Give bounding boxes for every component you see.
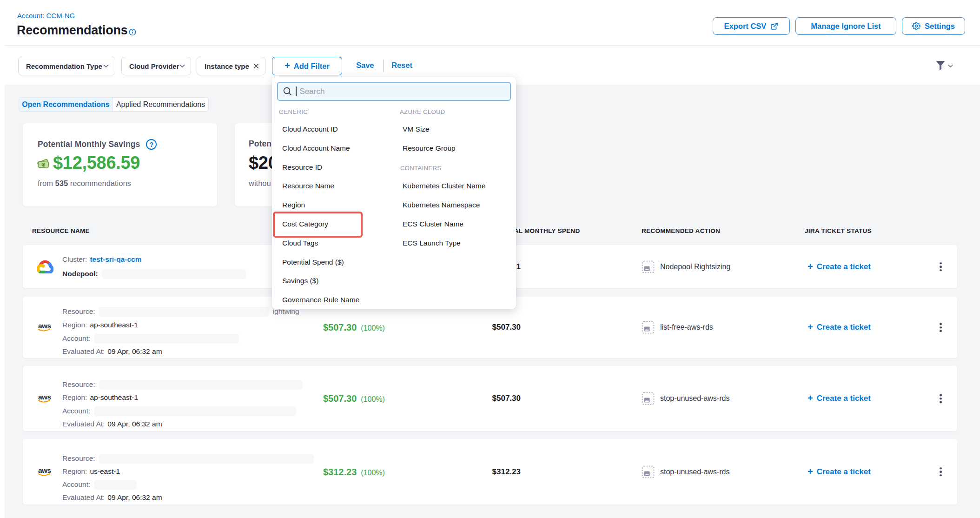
menu-item-cloud-account-id[interactable]: Cloud Account ID — [282, 125, 338, 133]
row-menu-kebab-icon[interactable] — [937, 391, 945, 406]
savings-subtext-prefix: from — [38, 179, 53, 187]
filter-panel-toggle[interactable] — [935, 60, 953, 71]
account-label: Account: — [62, 334, 90, 343]
menu-item-ecs-launch-type[interactable]: ECS Launch Type — [403, 239, 461, 247]
menu-item-region[interactable]: Region — [282, 201, 305, 209]
card-title-row: Potential Monthly Savings ? — [38, 139, 157, 150]
menu-item-potential-spend[interactable]: Potential Spend ($) — [282, 258, 344, 266]
region-line: Region: ap-southeast-1 — [62, 320, 138, 330]
region-value: us-east-1 — [90, 467, 120, 476]
menu-item-savings[interactable]: Savings ($) — [282, 277, 318, 285]
create-ticket-label: Create a ticket — [817, 467, 871, 477]
resource-line: Resource: — [62, 380, 303, 389]
export-csv-label: Export CSV — [724, 22, 767, 31]
table-row[interactable]: aws Resource: Region: ap-southeast-1 Acc… — [23, 366, 957, 431]
savings-value: $312.23 — [323, 466, 357, 477]
savings-percent: (100%) — [361, 324, 385, 332]
reset-filter-link[interactable]: Reset — [391, 61, 412, 70]
svg-text:aws: aws — [38, 322, 51, 330]
create-ticket-button[interactable]: + Create a ticket — [808, 262, 871, 272]
recommended-action-label: list-free-aws-rds — [660, 323, 713, 332]
menu-item-resource-id[interactable]: Resource ID — [282, 163, 322, 172]
remove-filter-icon[interactable] — [253, 63, 259, 69]
row-menu-kebab-icon[interactable] — [937, 259, 945, 274]
info-icon[interactable] — [129, 28, 136, 36]
create-ticket-label: Create a ticket — [817, 394, 871, 403]
text-caret — [296, 86, 297, 96]
recommendations-tabs: Open Recommendations Applied Recommendat… — [19, 97, 209, 112]
menu-item-kubernetes-namespace[interactable]: Kubernetes Namespace — [403, 201, 480, 209]
menu-item-kubernetes-cluster-name[interactable]: Kubernetes Cluster Name — [403, 182, 485, 190]
plus-icon: + — [808, 467, 813, 476]
savings-subtext: from 535 recommendations — [38, 179, 131, 188]
row-menu-kebab-icon[interactable] — [937, 320, 945, 335]
add-filter-button[interactable]: + Add Filter — [272, 57, 342, 75]
recommended-action-label: stop-unused-aws-rds — [660, 394, 729, 403]
recommendation-thumbnail-icon — [642, 321, 655, 334]
menu-item-vm-size[interactable]: VM Size — [403, 125, 430, 133]
table-row[interactable]: aws Resource: Region: us-east-1 Account:… — [23, 439, 957, 505]
plus-icon: + — [808, 262, 813, 271]
evaluated-line: Evaluated At: 09 Apr, 06:32 am — [62, 347, 162, 356]
total-monthly-spend-value: $507.30 — [492, 394, 521, 403]
savings-subtext-suffix: recommendations — [70, 179, 131, 187]
recommendation-thumbnail-icon — [642, 260, 655, 273]
account-line: Account: — [62, 406, 296, 416]
chevron-down-icon — [948, 64, 953, 68]
create-ticket-button[interactable]: + Create a ticket — [808, 394, 871, 403]
redacted-value — [99, 454, 314, 464]
tab-applied-recommendations[interactable]: Applied Recommendations — [113, 98, 208, 111]
aws-icon: aws — [37, 466, 53, 478]
row-menu-kebab-icon[interactable] — [937, 465, 945, 479]
filter-chip-cloud-provider[interactable]: Cloud Provider — [121, 57, 191, 75]
add-filter-dropdown: GENERIC Cloud Account ID Cloud Account N… — [272, 77, 516, 309]
savings-value: $507.30 — [323, 322, 357, 333]
menu-item-resource-name[interactable]: Resource Name — [282, 182, 334, 190]
resource-line: Resource: ightwing — [62, 307, 299, 316]
menu-item-cost-category[interactable]: Cost Category — [282, 220, 328, 228]
cluster-label: Cluster: — [62, 255, 87, 264]
recommendation-thumbnail-icon — [642, 392, 655, 405]
gcp-icon — [37, 260, 53, 273]
add-filter-label: Add Filter — [294, 62, 330, 71]
svg-text:aws: aws — [38, 466, 51, 474]
menu-section-azure-cloud: AZURE CLOUD — [400, 108, 445, 115]
create-ticket-button[interactable]: + Create a ticket — [808, 467, 871, 477]
savings-count: 535 — [55, 179, 68, 187]
cluster-name-link[interactable]: test-sri-qa-ccm — [90, 255, 141, 264]
menu-item-cloud-tags[interactable]: Cloud Tags — [282, 239, 318, 247]
account-line: Account: — [62, 334, 239, 343]
save-filter-link[interactable]: Save — [356, 61, 374, 70]
redacted-value — [102, 269, 246, 279]
recommended-action-cell: stop-unused-aws-rds — [642, 465, 729, 478]
menu-item-cloud-account-name[interactable]: Cloud Account Name — [282, 144, 350, 153]
tab-open-recommendations[interactable]: Open Recommendations — [19, 98, 113, 111]
export-csv-button[interactable]: Export CSV — [713, 17, 790, 35]
resource-label: Resource: — [62, 307, 95, 316]
plus-icon: + — [285, 61, 290, 70]
create-ticket-label: Create a ticket — [817, 323, 871, 332]
filter-chip-recommendation-type[interactable]: Recommendation Type — [18, 57, 115, 75]
manage-ignore-list-button[interactable]: Manage Ignore List — [795, 17, 896, 35]
menu-item-governance-rule-name[interactable]: Governance Rule Name — [282, 296, 359, 304]
create-ticket-button[interactable]: + Create a ticket — [808, 323, 871, 332]
filter-chip-cloud-provider-label: Cloud Provider — [129, 62, 179, 70]
create-ticket-label: Create a ticket — [817, 262, 871, 272]
filter-search-box[interactable] — [277, 82, 511, 101]
menu-item-resource-group[interactable]: Resource Group — [403, 144, 456, 153]
help-icon[interactable]: ? — [146, 139, 157, 150]
filter-search-input[interactable] — [300, 87, 506, 96]
menu-item-ecs-cluster-name[interactable]: ECS Cluster Name — [403, 220, 464, 228]
card-value-row: $12,586.59 — [37, 154, 140, 172]
evaluated-at-value: 09 Apr, 06:32 am — [107, 493, 162, 502]
account-line: Account: — [62, 480, 137, 489]
account-label: Account: — [62, 407, 90, 415]
potential-monthly-savings-cell: $507.30 (100%) — [323, 322, 385, 333]
recommended-action-cell: list-free-aws-rds — [642, 321, 713, 334]
settings-label: Settings — [925, 22, 955, 31]
account-breadcrumb[interactable]: Account: CCM-NG — [17, 12, 75, 20]
filter-chip-instance-type[interactable]: Instance type — [197, 57, 265, 75]
external-link-icon — [770, 22, 778, 30]
recommended-action-label: Nodepool Rightsizing — [660, 263, 730, 271]
settings-button[interactable]: Settings — [902, 17, 965, 35]
